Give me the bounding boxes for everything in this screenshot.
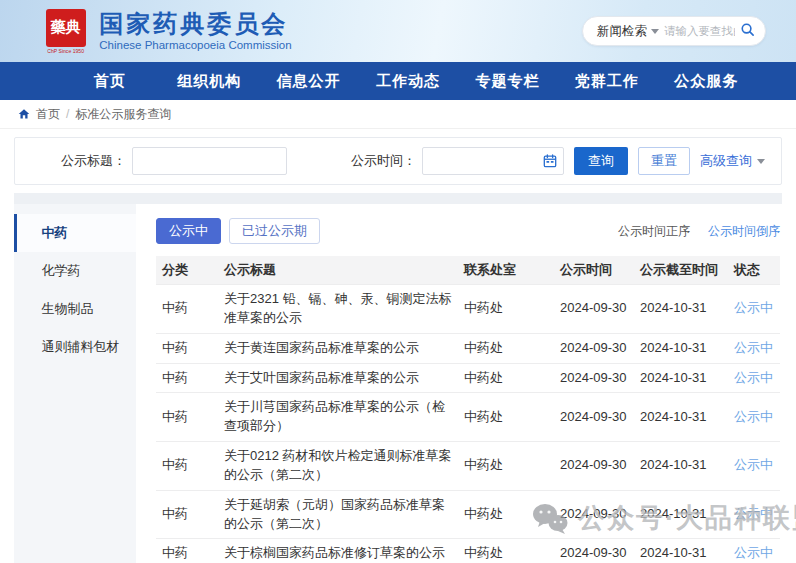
cell-status[interactable]: 公示中 xyxy=(730,285,780,334)
main-panel: 公示中 已过公示期 公示时间正序 公示时间倒序 分类公示标题联系处室公示时间公示… xyxy=(136,204,796,563)
sort-ascending-link[interactable]: 公示时间正序 xyxy=(618,223,690,240)
nav-item-6[interactable]: 公众服务 xyxy=(657,72,756,91)
reset-button[interactable]: 重置 xyxy=(638,147,690,175)
cell-office: 中药处 xyxy=(460,539,556,563)
status-link[interactable]: 公示中 xyxy=(734,340,773,355)
nav-item-4[interactable]: 专题专栏 xyxy=(458,72,557,91)
search-icon xyxy=(740,22,755,40)
cell-title[interactable]: 关于0212 药材和饮片检定通则标准草案的公示（第二次） xyxy=(220,442,460,491)
nav-item-5[interactable]: 党群工作 xyxy=(557,72,656,91)
left-gutter xyxy=(0,204,14,563)
cell-title[interactable]: 关于延胡索（元胡）国家药品标准草案的公示（第二次） xyxy=(220,490,460,539)
status-link[interactable]: 公示中 xyxy=(734,457,773,472)
sidebar-item-3[interactable]: 通则辅料包材 xyxy=(14,328,136,366)
cell-office: 中药处 xyxy=(460,363,556,393)
cell-start: 2024-09-30 xyxy=(556,539,636,563)
cell-cat: 中药 xyxy=(156,363,220,393)
cell-end: 2024-10-31 xyxy=(636,393,730,442)
breadcrumb: 首页 / 标准公示服务查询 xyxy=(0,100,796,129)
cell-title[interactable]: 关于艾叶国家药品标准草案的公示 xyxy=(220,363,460,393)
column-header-office: 联系处室 xyxy=(460,256,556,285)
cell-status[interactable]: 公示中 xyxy=(730,363,780,393)
cell-status[interactable]: 公示中 xyxy=(730,490,780,539)
cell-title[interactable]: 关于黄连国家药品标准草案的公示 xyxy=(220,333,460,363)
home-icon xyxy=(18,108,30,120)
cell-status[interactable]: 公示中 xyxy=(730,539,780,563)
main-nav: 首页组织机构信息公开工作动态专题专栏党群工作公众服务 xyxy=(0,62,796,100)
cell-cat: 中药 xyxy=(156,539,220,563)
cell-end: 2024-10-31 xyxy=(636,539,730,563)
nav-item-2[interactable]: 信息公开 xyxy=(259,72,358,91)
table-header-row: 分类公示标题联系处室公示时间公示截至时间状态 xyxy=(156,256,780,285)
seal-caption: ChP Since 1950 xyxy=(47,48,84,53)
content-area: 中药化学药生物制品通则辅料包材 公示中 已过公示期 公示时间正序 公示时间倒序 … xyxy=(0,204,796,563)
status-link[interactable]: 公示中 xyxy=(734,409,773,424)
chevron-down-icon xyxy=(651,29,659,34)
cell-start: 2024-09-30 xyxy=(556,285,636,334)
cell-end: 2024-10-31 xyxy=(636,363,730,393)
cell-title[interactable]: 关于棕榈国家药品标准修订草案的公示 xyxy=(220,539,460,563)
cell-title[interactable]: 关于2321 铅、镉、砷、汞、铜测定法标准草案的公示 xyxy=(220,285,460,334)
table-row: 中药关于川芎国家药品标准草案的公示（检查项部分）中药处2024-09-30202… xyxy=(156,393,780,442)
search-input[interactable] xyxy=(664,25,735,37)
table-row: 中药关于艾叶国家药品标准草案的公示中药处2024-09-302024-10-31… xyxy=(156,363,780,393)
status-link[interactable]: 公示中 xyxy=(734,545,773,560)
column-header-status: 状态 xyxy=(730,256,780,285)
search-category-label: 新闻检索 xyxy=(597,23,647,40)
status-link[interactable]: 公示中 xyxy=(734,506,773,521)
site-header: 藥典 ChP Since 1950 国家药典委员会 Chinese Pharma… xyxy=(0,0,796,62)
cell-title[interactable]: 关于川芎国家药品标准草案的公示（检查项部分） xyxy=(220,393,460,442)
breadcrumb-current: 标准公示服务查询 xyxy=(75,106,171,123)
nav-item-3[interactable]: 工作动态 xyxy=(358,72,457,91)
tab-in-progress[interactable]: 公示中 xyxy=(156,218,221,244)
page: 藥典 ChP Since 1950 国家药典委员会 Chinese Pharma… xyxy=(0,0,796,563)
cell-office: 中药处 xyxy=(460,333,556,363)
cell-start: 2024-09-30 xyxy=(556,393,636,442)
tabs-row: 公示中 已过公示期 公示时间正序 公示时间倒序 xyxy=(156,218,780,244)
table-row: 中药关于2321 铅、镉、砷、汞、铜测定法标准草案的公示中药处2024-09-3… xyxy=(156,285,780,334)
site-title: 国家药典委员会 xyxy=(99,11,291,37)
sidebar-item-1[interactable]: 化学药 xyxy=(14,252,136,290)
table-row: 中药关于0212 药材和饮片检定通则标准草案的公示（第二次）中药处2024-09… xyxy=(156,442,780,491)
advanced-query-link[interactable]: 高级查询 xyxy=(700,152,765,170)
cell-cat: 中药 xyxy=(156,333,220,363)
cell-office: 中药处 xyxy=(460,490,556,539)
section-divider xyxy=(14,193,782,204)
cell-status[interactable]: 公示中 xyxy=(730,393,780,442)
column-header-start: 公示时间 xyxy=(556,256,636,285)
tab-expired[interactable]: 已过公示期 xyxy=(229,218,320,244)
cell-status[interactable]: 公示中 xyxy=(730,442,780,491)
site-subtitle: Chinese Pharmacopoeia Commission xyxy=(99,39,291,51)
cell-start: 2024-09-30 xyxy=(556,333,636,363)
query-button[interactable]: 查询 xyxy=(574,147,628,175)
filter-card: 公示标题： 公示时间： 查询 重置 高级查询 xyxy=(14,137,782,185)
filter-section: 公示标题： 公示时间： 查询 重置 高级查询 xyxy=(0,129,796,204)
nav-item-0[interactable]: 首页 xyxy=(60,72,159,91)
brand-block: 国家药典委员会 Chinese Pharmacopoeia Commission xyxy=(99,11,291,51)
cell-office: 中药处 xyxy=(460,285,556,334)
cell-cat: 中药 xyxy=(156,285,220,334)
header-search: 新闻检索 xyxy=(582,16,766,46)
breadcrumb-home-link[interactable]: 首页 xyxy=(36,106,60,123)
logo: 藥典 ChP Since 1950 xyxy=(44,9,87,54)
cell-status[interactable]: 公示中 xyxy=(730,333,780,363)
cell-end: 2024-10-31 xyxy=(636,285,730,334)
cell-cat: 中药 xyxy=(156,490,220,539)
column-header-cat: 分类 xyxy=(156,256,220,285)
status-link[interactable]: 公示中 xyxy=(734,300,773,315)
sort-descending-link[interactable]: 公示时间倒序 xyxy=(708,223,780,240)
sidebar-item-2[interactable]: 生物制品 xyxy=(14,290,136,328)
breadcrumb-separator: / xyxy=(66,107,69,121)
search-button[interactable] xyxy=(740,22,755,40)
cell-end: 2024-10-31 xyxy=(636,490,730,539)
title-filter-input[interactable] xyxy=(132,147,287,175)
time-filter-label: 公示时间： xyxy=(351,152,416,170)
search-category-select[interactable]: 新闻检索 xyxy=(597,23,659,40)
sidebar-item-0[interactable]: 中药 xyxy=(14,214,136,252)
status-link[interactable]: 公示中 xyxy=(734,370,773,385)
advanced-query-label: 高级查询 xyxy=(700,152,752,170)
nav-item-1[interactable]: 组织机构 xyxy=(159,72,258,91)
announcement-table: 分类公示标题联系处室公示时间公示截至时间状态 中药关于2321 铅、镉、砷、汞、… xyxy=(156,256,780,563)
cell-start: 2024-09-30 xyxy=(556,363,636,393)
time-filter-box xyxy=(422,147,564,175)
